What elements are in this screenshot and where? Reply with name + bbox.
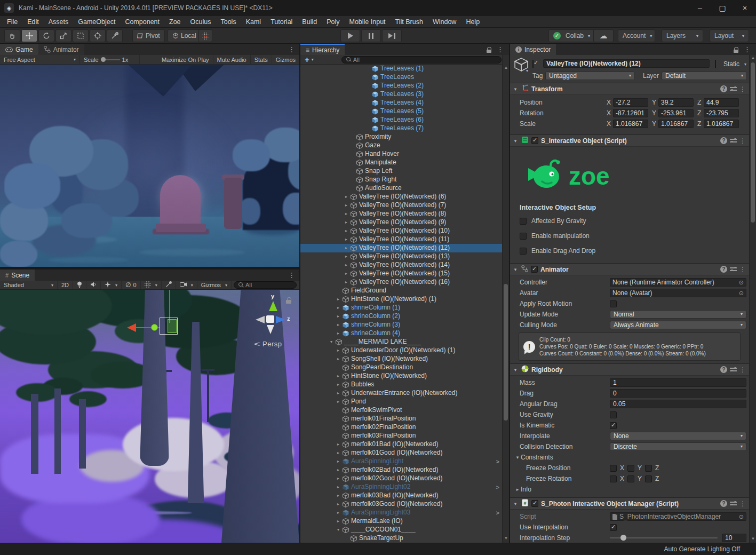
script-field[interactable]: S_PhotonInteractiveObjectManager⊙ [610, 512, 746, 521]
scene-light-toggle[interactable] [73, 281, 86, 289]
toggle-2d[interactable]: 2D [58, 281, 73, 289]
scale-slider[interactable]: Scale1x [80, 55, 140, 64]
maximize-on-play-toggle[interactable]: Maximize On Play [158, 55, 213, 64]
hierarchy-item[interactable]: ▸UnderwaterDoor (IO)(Networked) (1) [300, 346, 502, 355]
kebab-icon[interactable]: ⋮ [739, 266, 746, 273]
menu-gameobject[interactable]: GameObject [73, 16, 120, 28]
foldout-arrow-icon[interactable]: ▸ [335, 474, 342, 483]
local-toggle-button[interactable]: Local [168, 29, 201, 42]
move-gizmo-x-arrow[interactable] [127, 323, 136, 332]
hierarchy-item[interactable]: ▸Bubbles [300, 380, 502, 389]
close-button[interactable]: × [734, 0, 756, 16]
foldout-arrow-icon[interactable]: ▸ [335, 346, 342, 355]
hierarchy-item[interactable]: ▸merfolk01Good (IO)(Networked) [300, 449, 502, 457]
menu-poly[interactable]: Poly [322, 16, 344, 28]
foldout-arrow-icon[interactable]: ▸ [335, 509, 342, 517]
kebab-icon[interactable]: ⋮ [739, 366, 746, 374]
scene-gizmos-dropdown[interactable]: Gizmos▾ [197, 281, 232, 289]
active-checkbox[interactable] [532, 60, 534, 68]
hierarchy-item[interactable]: Snap Right [300, 176, 502, 184]
menu-component[interactable]: Component [120, 16, 164, 28]
tab-game[interactable]: Game [0, 44, 38, 55]
menu-help[interactable]: Help [461, 16, 484, 28]
hierarchy-item[interactable]: ▸UnderwaterEntrance (IO)(Networked) [300, 389, 502, 398]
scene-tools-button[interactable] [162, 281, 176, 289]
tab-hierarchy[interactable]: ≡Hierarchy [300, 44, 345, 55]
freeze-rot-y-checkbox[interactable] [627, 475, 634, 482]
game-viewport[interactable] [0, 65, 299, 267]
hierarchy-search-input[interactable]: All [341, 56, 502, 64]
open-prefab-chevron-icon[interactable]: > [496, 483, 499, 491]
hierarchy-item[interactable]: ▸merfolk03Good (IO)(Networked) [300, 500, 502, 509]
foldout-arrow-icon[interactable]: ▸ [343, 201, 350, 210]
foldout-arrow-icon[interactable]: ▾ [328, 338, 335, 346]
persp-label[interactable]: <Persp [255, 340, 282, 348]
foldout-arrow-icon[interactable]: ▸ [335, 355, 342, 363]
foldout-arrow-icon[interactable]: ▸ [343, 278, 350, 287]
hierarchy-item[interactable]: ▾____MERMAID LAKE____ [300, 338, 502, 346]
hierarchy-item[interactable]: AudioSource [300, 184, 502, 193]
tag-dropdown[interactable]: Untagged▾ [545, 72, 635, 80]
tab-inspector[interactable]: iInspector [510, 44, 556, 55]
scale-thumb[interactable] [101, 57, 106, 62]
is-kinematic-checkbox[interactable] [610, 422, 617, 429]
hierarchy-item[interactable]: MerfolkSwimPivot [300, 406, 502, 415]
object-picker-icon[interactable]: ⊙ [739, 513, 744, 520]
foldout-arrow-icon[interactable]: ▸ [335, 457, 342, 466]
rigidbody-header[interactable]: ▾ Rigidbody ? ⋮ [510, 363, 749, 376]
foldout-arrow-icon[interactable]: ▸ [343, 252, 350, 261]
foldout-icon[interactable]: ▾ [512, 267, 519, 272]
caret-down-icon[interactable]: ▾ [526, 68, 528, 73]
minimize-button[interactable]: – [689, 0, 711, 16]
freeze-rot-z-checkbox[interactable] [645, 475, 652, 482]
scene-camera-dropdown[interactable]: ▾ [176, 281, 197, 289]
hierarchy-item[interactable]: ▸ValleyTree (IO)(Networked) (6) [300, 193, 502, 201]
hierarchy-item[interactable]: ▸HintStone (IO)(Networked) (1) [300, 295, 502, 304]
animator-header[interactable]: ▾ Animator ? ⋮ [510, 263, 749, 275]
hierarchy-item[interactable]: TreeLeaves (4) [300, 99, 502, 107]
hierarchy-item[interactable]: ▸shrineColumn (2) [300, 312, 502, 321]
preset-icon[interactable] [730, 138, 737, 144]
hierarchy-item[interactable]: FieldGround [300, 287, 502, 295]
hierarchy-item[interactable]: merfolk03FinalPosition [300, 432, 502, 440]
hierarchy-item[interactable]: TreeLeaves (5) [300, 107, 502, 116]
apply-root-motion-checkbox[interactable] [610, 300, 617, 307]
lock-icon[interactable] [487, 47, 492, 53]
use-gravity-checkbox[interactable] [610, 411, 617, 418]
gameobject-cube-icon[interactable]: ▾ [514, 58, 528, 73]
help-icon[interactable]: ? [720, 366, 727, 373]
menu-oculus[interactable]: Oculus [186, 16, 216, 28]
rect-tool-icon[interactable] [73, 29, 89, 42]
inspector-scrollbar[interactable]: ▲ ▼ [749, 55, 756, 543]
rotation-y-input[interactable]: -253.961 [658, 109, 694, 117]
foldout-arrow-icon[interactable]: ▸ [335, 517, 342, 526]
foldout-arrow-icon[interactable]: ▸ [343, 244, 350, 252]
grid-snap-icon[interactable] [198, 29, 212, 42]
axis-y-cone[interactable] [269, 301, 277, 311]
foldout-arrow-icon[interactable]: ▸ [335, 449, 342, 457]
static-checkbox[interactable] [715, 60, 716, 68]
hierarchy-item[interactable]: merfolk02FinalPosition [300, 423, 502, 432]
preset-icon[interactable] [730, 86, 737, 92]
hierarchy-item[interactable]: ▾____COCOON01____ [300, 526, 502, 534]
pivot-toggle-button[interactable]: Pivot [132, 29, 165, 42]
hierarchy-item[interactable]: ▸ValleyTree (IO)(Networked) (13) [300, 252, 502, 261]
hierarchy-item[interactable]: ▸AuraSpinningLight03> [300, 509, 502, 517]
hierarchy-item[interactable]: ▸ValleyTree (IO)(Networked) (15) [300, 269, 502, 278]
auto-generate-lighting-status[interactable]: Auto Generate Lighting Off [664, 545, 740, 553]
foldout-arrow-icon[interactable]: ▸ [343, 261, 350, 269]
photon-header[interactable]: ▾ # S_Photon Interactive Object Manager … [510, 497, 749, 510]
foldout-icon[interactable]: ▾ [512, 86, 519, 92]
transform-header[interactable]: ▾ Transform ? ⋮ [510, 83, 749, 95]
update-mode-dropdown[interactable]: Normal▾ [610, 310, 746, 319]
object-picker-icon[interactable]: ⊙ [739, 289, 744, 297]
scale-y-input[interactable]: 1.016867 [658, 120, 694, 128]
menu-file[interactable]: File [2, 16, 22, 28]
foldout-arrow-icon[interactable]: ▾ [335, 526, 342, 534]
help-icon[interactable]: ? [720, 137, 727, 144]
hierarchy-item[interactable]: TreeLeaves [300, 73, 502, 82]
foldout-arrow-icon[interactable]: ▸ [343, 218, 350, 227]
layout-dropdown[interactable]: Layout▾ [710, 29, 749, 42]
enable-drag-and-drop-checkbox[interactable] [520, 248, 527, 255]
transform-tool-icon[interactable] [90, 29, 106, 42]
